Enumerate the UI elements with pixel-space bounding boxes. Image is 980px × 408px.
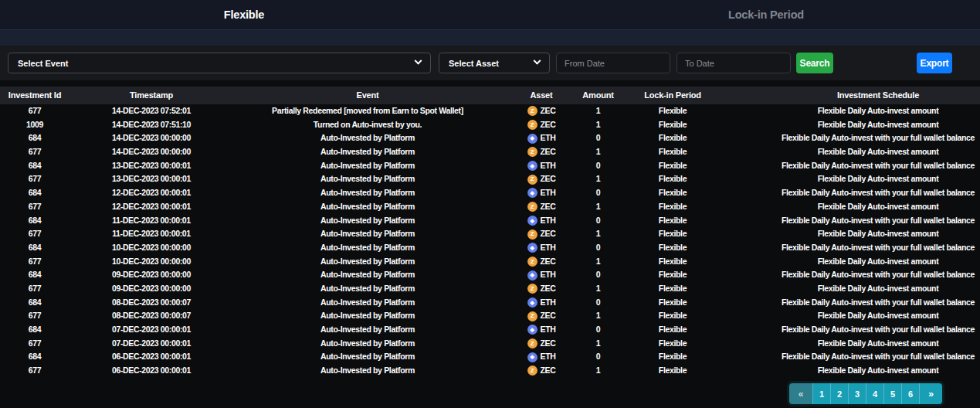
cell-amount: 0: [581, 296, 615, 310]
cell-id: 684: [0, 323, 70, 337]
cell-schedule: Flexible Daily Auto-invest with your ful…: [730, 268, 980, 282]
cell-lockin: Flexible: [615, 323, 730, 337]
cell-lockin: Flexible: [615, 227, 730, 241]
cell-timestamp: 13-DEC-2023 00:00:01: [70, 172, 233, 186]
table-row: 67710-DEC-2023 00:00:00Auto-Invested by …: [0, 255, 980, 269]
cell-schedule: Flexible Daily Auto-invest with your ful…: [730, 159, 980, 173]
cell-lockin: Flexible: [615, 282, 730, 296]
cell-lockin: Flexible: [615, 104, 730, 118]
cell-timestamp: 13-DEC-2023 00:00:01: [70, 159, 233, 173]
cell-schedule: Flexible Daily Auto-invest with your ful…: [730, 131, 980, 145]
tab-lock-in-period[interactable]: Lock-in Period: [728, 0, 804, 29]
asset-code: ETH: [541, 323, 556, 337]
cell-lockin: Flexible: [615, 364, 730, 378]
cell-event: Auto-Invested by Platform: [233, 145, 502, 159]
table-row: 67711-DEC-2023 00:00:01Auto-Invested by …: [0, 227, 980, 241]
table-row: 67709-DEC-2023 00:00:00Auto-Invested by …: [0, 282, 980, 296]
cell-id: 677: [0, 337, 70, 351]
cell-asset: ◆ETH: [502, 323, 581, 337]
table-body: 67714-DEC-2023 07:52:01Partially Redeeme…: [0, 104, 980, 378]
cell-asset: ZZEC: [502, 227, 581, 241]
column-header-event: Event: [233, 87, 502, 104]
column-header-investment-schedule: Investment Schedule: [730, 87, 980, 104]
asset-code: ZEC: [541, 145, 556, 159]
eth-icon: ◆: [527, 188, 537, 198]
cell-id: 684: [0, 296, 70, 310]
table-row: 68414-DEC-2023 00:00:00Auto-Invested by …: [0, 131, 980, 145]
cell-timestamp: 14-DEC-2023 00:00:00: [70, 131, 233, 145]
eth-icon: ◆: [527, 325, 537, 335]
tab-flexible[interactable]: Flexible: [224, 0, 264, 29]
export-button[interactable]: Export: [917, 53, 952, 73]
cell-amount: 1: [581, 255, 615, 269]
table-row: 68411-DEC-2023 00:00:01Auto-Invested by …: [0, 214, 980, 228]
table-row: 68410-DEC-2023 00:00:00Auto-Invested by …: [0, 241, 980, 255]
cell-amount: 1: [581, 227, 615, 241]
cell-amount: 1: [581, 282, 615, 296]
column-header-timestamp: Timestamp: [70, 87, 233, 104]
cell-event: Auto-Invested by Platform: [233, 186, 502, 200]
eth-icon: ◆: [527, 352, 537, 362]
cell-event: Auto-Invested by Platform: [233, 131, 502, 145]
cell-id: 677: [0, 309, 70, 323]
event-select[interactable]: Select Event: [8, 53, 431, 73]
asset-select[interactable]: Select Asset: [439, 53, 550, 73]
eth-icon: ◆: [527, 216, 537, 226]
cell-event: Auto-Invested by Platform: [233, 323, 502, 337]
zec-icon: Z: [527, 202, 537, 212]
asset-code: ETH: [541, 268, 556, 282]
cell-event: Auto-Invested by Platform: [233, 214, 502, 228]
cell-timestamp: 12-DEC-2023 00:00:01: [70, 200, 233, 214]
table-row: 68409-DEC-2023 00:00:00Auto-Invested by …: [0, 268, 980, 282]
cell-schedule: Flexible Daily Auto-invest amount: [730, 118, 980, 132]
cell-timestamp: 09-DEC-2023 00:00:00: [70, 282, 233, 296]
asset-code: ZEC: [541, 200, 556, 214]
tab-divider-strip: [0, 29, 980, 46]
cell-lockin: Flexible: [615, 159, 730, 173]
cell-id: 684: [0, 268, 70, 282]
pagination-next-button[interactable]: »: [919, 383, 942, 404]
table-header: Investment IdTimestampEventAssetAmountLo…: [0, 87, 980, 104]
pagination-page-button-3[interactable]: 3: [848, 383, 866, 404]
cell-event: Auto-Invested by Platform: [233, 282, 502, 296]
cell-amount: 1: [581, 104, 615, 118]
pagination: «123456»: [789, 383, 942, 404]
pagination-page-button-1[interactable]: 1: [812, 383, 830, 404]
search-button[interactable]: Search: [796, 53, 833, 73]
cell-event: Auto-Invested by Platform: [233, 200, 502, 214]
cell-amount: 1: [581, 309, 615, 323]
cell-schedule: Flexible Daily Auto-invest amount: [730, 172, 980, 186]
cell-amount: 0: [581, 186, 615, 200]
pagination-page-button-6[interactable]: 6: [901, 383, 919, 404]
cell-amount: 0: [581, 131, 615, 145]
to-date-input[interactable]: [677, 53, 791, 73]
cell-timestamp: 11-DEC-2023 00:00:01: [70, 214, 233, 228]
cell-asset: ◆ETH: [502, 296, 581, 310]
eth-icon: ◆: [527, 161, 537, 171]
from-date-input[interactable]: [556, 53, 670, 73]
cell-schedule: Flexible Daily Auto-invest amount: [730, 200, 980, 214]
zec-icon: Z: [527, 230, 537, 240]
cell-timestamp: 08-DEC-2023 00:00:07: [70, 309, 233, 323]
cell-timestamp: 11-DEC-2023 00:00:01: [70, 227, 233, 241]
cell-schedule: Flexible Daily Auto-invest amount: [730, 282, 980, 296]
cell-asset: ZZEC: [502, 145, 581, 159]
asset-code: ETH: [541, 131, 556, 145]
column-header-asset: Asset: [502, 87, 581, 104]
pagination-prev-button[interactable]: «: [789, 383, 812, 404]
asset-code: ZEC: [541, 255, 556, 269]
cell-id: 677: [0, 364, 70, 378]
cell-asset: ◆ETH: [502, 186, 581, 200]
cell-timestamp: 08-DEC-2023 00:00:07: [70, 296, 233, 310]
asset-code: ETH: [541, 186, 556, 200]
pagination-page-button-5[interactable]: 5: [883, 383, 901, 404]
zec-icon: Z: [527, 366, 537, 376]
cell-lockin: Flexible: [615, 145, 730, 159]
auto-invest-history-screen: Flexible Lock-in Period Select Event Sel…: [0, 0, 980, 408]
pagination-page-button-4[interactable]: 4: [866, 383, 883, 404]
cell-schedule: Flexible Daily Auto-invest with your ful…: [730, 214, 980, 228]
eth-icon: ◆: [527, 270, 537, 280]
pagination-page-button-2[interactable]: 2: [830, 383, 848, 404]
table-row: 67714-DEC-2023 00:00:00Auto-Invested by …: [0, 145, 980, 159]
cell-asset: ◆ETH: [502, 159, 581, 173]
